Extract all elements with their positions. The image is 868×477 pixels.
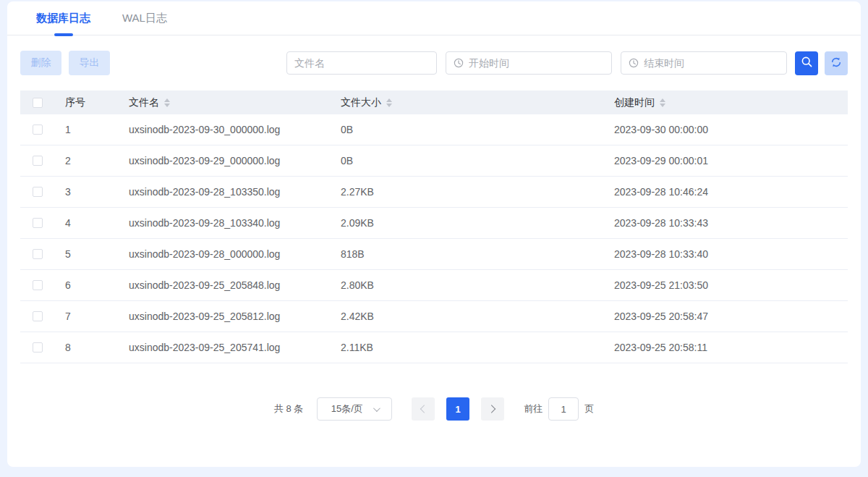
table-row[interactable]: 1 uxsinodb-2023-09-30_000000.log 0B 2023… bbox=[20, 114, 848, 145]
select-all-checkbox[interactable] bbox=[33, 98, 43, 108]
table-row[interactable]: 4 uxsinodb-2023-09-28_103340.log 2.09KB … bbox=[20, 208, 848, 239]
row-checkbox[interactable] bbox=[33, 249, 43, 259]
cell-created: 2023-09-29 00:00:01 bbox=[604, 155, 848, 166]
end-time-input-wrap bbox=[621, 51, 787, 75]
export-button[interactable]: 导出 bbox=[69, 51, 110, 75]
cell-no: 3 bbox=[55, 186, 119, 198]
table-row[interactable]: 5 uxsinodb-2023-09-28_000000.log 818B 20… bbox=[20, 239, 848, 270]
table-row[interactable]: 8 uxsinodb-2023-09-25_205741.log 2.11KB … bbox=[20, 332, 848, 363]
row-checkbox[interactable] bbox=[33, 280, 43, 290]
prev-page-button[interactable] bbox=[412, 397, 435, 421]
content-card: 数据库日志 WAL日志 删除 导出 bbox=[7, 1, 861, 467]
cell-size: 818B bbox=[331, 248, 604, 260]
log-table: 序号 文件名 文件大小 创建时间 1 uxsinodb-2023-09-30_0… bbox=[20, 90, 848, 363]
row-checkbox[interactable] bbox=[33, 187, 43, 197]
cell-created: 2023-09-25 21:03:50 bbox=[604, 279, 848, 291]
header-created[interactable]: 创建时间 bbox=[604, 96, 848, 109]
cell-filename: uxsinodb-2023-09-25_205812.log bbox=[119, 311, 331, 322]
cell-filename: uxsinodb-2023-09-29_000000.log bbox=[119, 155, 331, 166]
table-row[interactable]: 2 uxsinodb-2023-09-29_000000.log 0B 2023… bbox=[20, 145, 848, 177]
filename-input-wrap bbox=[286, 51, 437, 75]
page-unit-label: 页 bbox=[584, 402, 594, 415]
header-size-label: 文件大小 bbox=[341, 96, 381, 109]
refresh-icon bbox=[830, 56, 842, 70]
chevron-left-icon bbox=[420, 405, 428, 413]
tab-wal-log-label: WAL日志 bbox=[122, 12, 167, 25]
cell-no: 2 bbox=[55, 155, 119, 166]
pagination: 共 8 条 15条/页 1 前往 页 bbox=[7, 397, 861, 421]
tabs-bar: 数据库日志 WAL日志 bbox=[7, 1, 861, 35]
sort-carets-icon[interactable] bbox=[164, 98, 170, 107]
goto-page-input[interactable] bbox=[548, 397, 579, 421]
cell-created: 2023-09-28 10:33:43 bbox=[604, 217, 848, 229]
cell-no: 4 bbox=[55, 217, 119, 229]
sort-carets-icon[interactable] bbox=[386, 98, 392, 107]
table-header-row: 序号 文件名 文件大小 创建时间 bbox=[20, 90, 848, 114]
row-checkbox[interactable] bbox=[33, 311, 43, 321]
cell-size: 2.42KB bbox=[331, 311, 604, 322]
cell-size: 2.11KB bbox=[331, 342, 604, 353]
header-filename-label: 文件名 bbox=[129, 96, 159, 109]
cell-created: 2023-09-30 00:00:00 bbox=[604, 124, 848, 135]
toolbar: 删除 导出 bbox=[20, 51, 848, 75]
total-count: 共 8 条 bbox=[274, 402, 303, 415]
header-created-label: 创建时间 bbox=[614, 96, 655, 109]
cell-no: 1 bbox=[55, 124, 119, 135]
cell-filename: uxsinodb-2023-09-28_103350.log bbox=[119, 186, 331, 198]
cell-created: 2023-09-25 20:58:11 bbox=[604, 342, 848, 353]
header-no: 序号 bbox=[55, 96, 119, 109]
row-checkbox[interactable] bbox=[33, 156, 43, 166]
tab-wal-log[interactable]: WAL日志 bbox=[122, 1, 167, 35]
cell-no: 8 bbox=[55, 342, 119, 353]
end-time-input[interactable] bbox=[644, 57, 779, 69]
cell-created: 2023-09-28 10:46:24 bbox=[604, 186, 848, 198]
cell-created: 2023-09-28 10:33:40 bbox=[604, 248, 848, 260]
table-row[interactable]: 3 uxsinodb-2023-09-28_103350.log 2.27KB … bbox=[20, 177, 848, 208]
header-no-label: 序号 bbox=[65, 96, 85, 109]
table-row[interactable]: 6 uxsinodb-2023-09-25_205848.log 2.80KB … bbox=[20, 270, 848, 301]
cell-size: 0B bbox=[331, 155, 604, 166]
cell-filename: uxsinodb-2023-09-25_205848.log bbox=[119, 279, 331, 291]
delete-button[interactable]: 删除 bbox=[20, 51, 61, 75]
cell-size: 2.80KB bbox=[331, 279, 604, 291]
start-time-input-wrap bbox=[446, 51, 612, 75]
start-time-input[interactable] bbox=[469, 57, 604, 69]
chevron-right-icon bbox=[488, 405, 495, 413]
table-row[interactable]: 7 uxsinodb-2023-09-25_205812.log 2.42KB … bbox=[20, 301, 848, 332]
cell-filename: uxsinodb-2023-09-28_103340.log bbox=[119, 217, 331, 229]
row-checkbox[interactable] bbox=[33, 342, 43, 353]
row-checkbox[interactable] bbox=[33, 124, 43, 135]
active-tab-underline bbox=[54, 33, 73, 36]
tab-database-log[interactable]: 数据库日志 bbox=[36, 1, 90, 35]
cell-size: 0B bbox=[331, 124, 604, 135]
page-size-select[interactable]: 15条/页 bbox=[317, 397, 392, 421]
tab-database-log-label: 数据库日志 bbox=[36, 12, 90, 25]
row-checkbox[interactable] bbox=[33, 218, 43, 228]
clock-icon bbox=[454, 58, 464, 68]
refresh-button[interactable] bbox=[825, 51, 848, 75]
cell-no: 5 bbox=[55, 248, 119, 260]
cell-size: 2.09KB bbox=[331, 217, 604, 229]
goto-label: 前往 bbox=[524, 402, 542, 415]
cell-filename: uxsinodb-2023-09-30_000000.log bbox=[119, 124, 331, 135]
clock-icon bbox=[629, 58, 639, 68]
page-size-value: 15条/页 bbox=[331, 402, 363, 415]
header-size[interactable]: 文件大小 bbox=[331, 96, 604, 109]
search-icon bbox=[801, 56, 813, 70]
cell-no: 6 bbox=[55, 279, 119, 291]
cell-created: 2023-09-25 20:58:47 bbox=[604, 311, 848, 322]
cell-no: 7 bbox=[55, 311, 119, 322]
cell-filename: uxsinodb-2023-09-25_205741.log bbox=[119, 342, 331, 353]
next-page-button[interactable] bbox=[481, 397, 504, 421]
cell-size: 2.27KB bbox=[331, 186, 604, 198]
header-filename[interactable]: 文件名 bbox=[119, 96, 331, 109]
filename-input[interactable] bbox=[294, 57, 429, 69]
chevron-down-icon bbox=[373, 405, 380, 412]
page-number-button[interactable]: 1 bbox=[446, 397, 469, 421]
sort-carets-icon[interactable] bbox=[660, 98, 665, 107]
cell-filename: uxsinodb-2023-09-28_000000.log bbox=[119, 248, 331, 260]
search-button[interactable] bbox=[795, 51, 818, 75]
